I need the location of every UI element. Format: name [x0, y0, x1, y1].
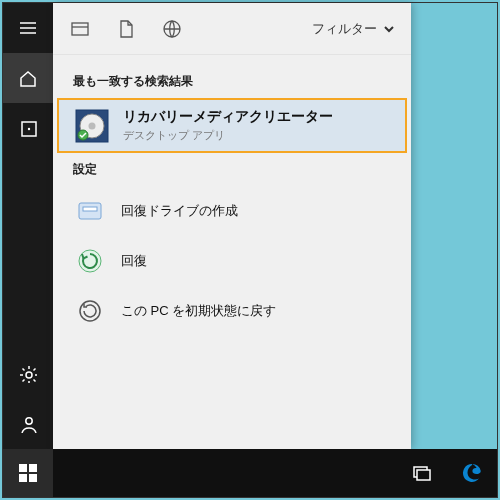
- section-settings: 設定: [53, 153, 411, 186]
- search-panel: フィルター 最も一致する検索結果 リカバリーメディアクリエーター デスクトップ …: [53, 3, 411, 449]
- task-view-icon: [411, 462, 433, 484]
- gear-icon: [19, 365, 37, 383]
- edge-button[interactable]: [447, 449, 497, 497]
- windows-icon: [18, 463, 38, 483]
- documents-filter-button[interactable]: [115, 18, 137, 40]
- taskbar: [3, 449, 497, 497]
- svg-rect-4: [72, 23, 88, 35]
- window-icon: [70, 19, 90, 39]
- svg-rect-20: [417, 470, 430, 480]
- document-icon: [116, 19, 136, 39]
- home-button[interactable]: [3, 53, 53, 103]
- result-reset-pc[interactable]: この PC を初期状態に戻す: [53, 286, 411, 336]
- svg-point-1: [28, 128, 30, 130]
- account-button[interactable]: [3, 399, 53, 449]
- search-sidebar: [3, 3, 53, 449]
- task-view-button[interactable]: [397, 449, 447, 497]
- drive-icon: [73, 194, 107, 228]
- reset-icon: [73, 294, 107, 328]
- apps-button[interactable]: [3, 103, 53, 153]
- svg-rect-15: [19, 464, 27, 472]
- svg-point-2: [26, 372, 32, 378]
- result-title: リカバリーメディアクリエーター: [123, 108, 333, 126]
- hamburger-icon: [18, 18, 38, 38]
- person-icon: [19, 415, 37, 433]
- recovery-icon: [73, 244, 107, 278]
- result-title: 回復ドライブの作成: [121, 202, 238, 220]
- result-recovery-media-creator[interactable]: リカバリーメディアクリエーター デスクトップ アプリ: [57, 98, 407, 153]
- edge-icon: [461, 462, 483, 484]
- home-icon: [18, 68, 38, 88]
- globe-icon: [162, 19, 182, 39]
- chevron-down-icon: [383, 23, 395, 35]
- svg-rect-11: [83, 207, 97, 211]
- result-title: この PC を初期状態に戻す: [121, 302, 276, 320]
- section-best-match: 最も一致する検索結果: [53, 65, 411, 98]
- menu-button[interactable]: [3, 3, 53, 53]
- svg-rect-17: [19, 474, 27, 482]
- search-toolbar: フィルター: [53, 3, 411, 55]
- result-title: 回復: [121, 252, 147, 270]
- settings-button[interactable]: [3, 349, 53, 399]
- result-recovery-drive[interactable]: 回復ドライブの作成: [53, 186, 411, 236]
- svg-rect-16: [29, 464, 37, 472]
- disc-icon: [75, 109, 109, 143]
- filter-label: フィルター: [312, 20, 377, 38]
- apps-filter-button[interactable]: [69, 18, 91, 40]
- filter-dropdown[interactable]: フィルター: [312, 20, 395, 38]
- result-recovery[interactable]: 回復: [53, 236, 411, 286]
- search-results: 最も一致する検索結果 リカバリーメディアクリエーター デスクトップ アプリ 設定…: [53, 55, 411, 449]
- svg-point-8: [89, 122, 96, 129]
- result-subtitle: デスクトップ アプリ: [123, 128, 333, 143]
- start-button[interactable]: [3, 449, 53, 497]
- svg-point-3: [26, 418, 32, 424]
- svg-point-13: [80, 301, 100, 321]
- svg-rect-18: [29, 474, 37, 482]
- web-filter-button[interactable]: [161, 18, 183, 40]
- app-icon: [19, 119, 37, 137]
